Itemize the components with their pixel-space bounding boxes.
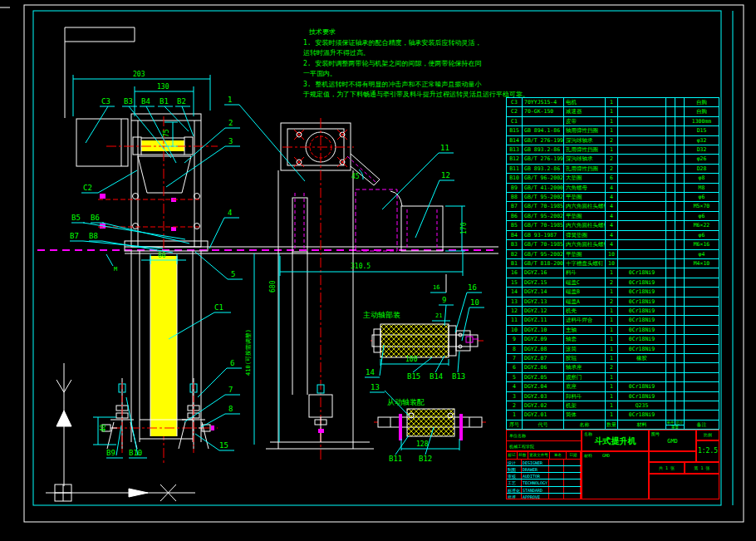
bottom-right-cell xyxy=(649,474,719,499)
cell-qty: 6 xyxy=(606,174,618,182)
staff-row: 制图DRAWER xyxy=(507,466,581,473)
cell-name: 端盖A xyxy=(564,298,606,306)
dim-170: 170 xyxy=(460,222,468,234)
cell-code: GB/T 276-1994 xyxy=(523,155,564,163)
staff-cell: 标准化 xyxy=(507,487,522,493)
cell-qty: 1 xyxy=(606,335,618,343)
label-b5: B5 xyxy=(71,214,81,222)
header-name: 名称 xyxy=(564,421,606,429)
parts-table-row: 2DGYZ.02机架1Q235 xyxy=(507,401,719,411)
parts-table-row: 13DGYZ.13端盖A20Cr18Ni9 xyxy=(507,298,719,307)
technical-notes: 技术要求 1. 安装时须保证轴承的配合精度，轴承安装后应转动灵活，运转时温升不得… xyxy=(303,27,469,101)
cell-seq: B11 xyxy=(507,165,523,173)
cell-total xyxy=(675,307,685,315)
staff-cell: 审核 xyxy=(507,473,522,479)
parts-table-row: 14DGYZ.14端盖B10Cr18Ni9 xyxy=(507,288,719,297)
cell-unit xyxy=(666,382,675,391)
cell-total xyxy=(675,212,685,220)
cell-unit xyxy=(666,259,675,268)
cell-total xyxy=(675,240,685,248)
parts-table-row: C270-GK-150减速器1自购 xyxy=(507,107,719,116)
balloon-16: 16 xyxy=(468,283,477,292)
staff-cell xyxy=(564,494,581,499)
dimensions xyxy=(73,75,465,450)
balloon-12: 12 xyxy=(441,171,450,180)
balloon-5: 5 xyxy=(231,270,235,278)
cell-material xyxy=(618,126,666,135)
cell-total xyxy=(675,155,685,163)
balloon-15: 15 xyxy=(219,441,228,450)
cell-total xyxy=(675,145,685,154)
label-b9: B9 xyxy=(106,449,115,457)
staff-cell: TECHNOLOGY xyxy=(522,480,549,485)
cell-material xyxy=(618,107,666,116)
cell-total xyxy=(675,136,685,145)
cell-qty: 1 xyxy=(606,382,618,391)
cell-total xyxy=(675,298,685,306)
cell-qty: 1 xyxy=(606,126,618,135)
cell-remark: φ8 xyxy=(685,174,719,182)
cell-unit xyxy=(666,373,675,381)
cell-seq: 3 xyxy=(507,392,523,401)
parts-table-row: 4DGYZ.04底座10Cr18Ni9 xyxy=(507,382,719,391)
cell-remark xyxy=(685,316,719,324)
header-code: 代号 xyxy=(523,421,564,429)
dim-21: 21 xyxy=(435,312,442,319)
cell-qty: 4 xyxy=(606,202,618,210)
cell-name: 平垫圈 xyxy=(564,212,606,220)
note-line: 于规定值，为了下料畅通与牵引带及料斗提升过程运转灵活且运行平稳可靠。 xyxy=(303,90,469,101)
staff-cell: AUDITOR xyxy=(522,473,549,479)
cell-name: 观察门 xyxy=(564,373,606,381)
header-remark: 备注 xyxy=(685,421,719,429)
cell-remark: φ6 xyxy=(685,193,719,201)
cell-qty: 1 xyxy=(606,117,618,125)
cell-code: GB/T 95-2002 xyxy=(523,250,564,258)
cell-unit xyxy=(666,212,675,220)
cell-qty: 1 xyxy=(606,354,618,362)
cell-remark xyxy=(685,335,719,343)
cell-code: DGYZ.07 xyxy=(523,354,564,362)
cell-seq: B8 xyxy=(507,193,523,201)
header-material: 材料 xyxy=(618,421,666,429)
cell-seq: 12 xyxy=(507,307,523,315)
sheet-total-cell: 共 1 张 xyxy=(649,462,685,474)
cell-total xyxy=(675,373,685,381)
cell-name: 端盖B xyxy=(564,288,606,296)
cell-seq: 8 xyxy=(507,345,523,353)
sheet-no-cell: 第 1 张 xyxy=(685,462,719,474)
cell-qty: 2 xyxy=(606,165,618,173)
cell-seq: 5 xyxy=(507,373,523,381)
cell-seq: 2 xyxy=(507,401,523,410)
cell-code: GB/T 70-1985 xyxy=(523,202,564,210)
cell-material: 0Cr18Ni9 xyxy=(618,298,666,306)
cell-unit xyxy=(666,202,675,210)
staff-cell xyxy=(564,473,581,479)
label-b2: B2 xyxy=(177,97,186,106)
cell-remark: M5×70 xyxy=(685,202,719,210)
cell-material xyxy=(618,240,666,248)
cell-code: DGYZ.12 xyxy=(523,307,564,315)
cell-unit xyxy=(666,316,675,324)
drawing-code-cell: 图号 GMD xyxy=(649,430,696,451)
cell-material xyxy=(618,145,666,154)
staff-cell xyxy=(549,473,564,479)
cell-unit xyxy=(666,193,675,201)
cell-qty: 10 xyxy=(606,250,618,258)
balloon-1: 1 xyxy=(228,96,232,104)
cell-seq: 10 xyxy=(507,326,523,334)
dim-75: 75 xyxy=(163,129,170,137)
parts-table-row: 15DGYZ.15端盖C20Cr18Ni9 xyxy=(507,278,719,288)
cell-qty: 2 xyxy=(606,278,618,287)
parts-table-row: B10GB/T 96-2002大垫圈6φ8 xyxy=(507,174,719,183)
label-b13: B13 xyxy=(452,372,465,381)
header-weight: 重量 xyxy=(666,425,684,429)
notes-title: 技术要求 xyxy=(309,27,469,38)
cell-qty: 1 xyxy=(606,288,618,296)
header-total-weight: 总计 xyxy=(675,421,684,425)
cell-code: DGYZ.03 xyxy=(523,392,564,401)
cell-seq: 7 xyxy=(507,354,523,362)
balloon-4: 4 xyxy=(228,209,232,217)
cell-unit xyxy=(666,401,675,410)
parts-table-row: B13GB 893.2-86孔用弹性挡圈1D32 xyxy=(507,145,719,155)
cell-code: DGYZ.09 xyxy=(523,335,564,343)
